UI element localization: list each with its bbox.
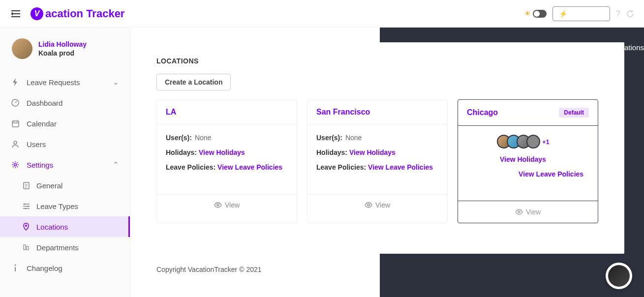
sidebar-item-label: Users [27, 140, 46, 148]
chat-avatar [608, 265, 630, 287]
view-holidays-link[interactable]: View Holidays [199, 148, 245, 156]
view-policies-link[interactable]: View Leave Policies [519, 170, 583, 178]
sidebar-item-label: Settings [27, 161, 53, 169]
location-card-la: LA User(s):None Holidays: View Holidays … [156, 99, 297, 223]
card-title[interactable]: Chicago [467, 108, 498, 117]
svg-point-6 [27, 206, 29, 207]
view-label: View [225, 201, 240, 209]
calendar-icon [11, 119, 20, 128]
chevron-down-icon: ⌄ [113, 78, 119, 87]
doc-icon [22, 181, 31, 190]
gauge-icon [11, 98, 20, 107]
sidebar-item-label: Dashboard [27, 99, 62, 107]
chat-widget[interactable] [606, 263, 632, 289]
card-title[interactable]: San Francisco [316, 108, 370, 117]
user-block[interactable]: Lidia Holloway Koala prod [0, 28, 130, 68]
svg-point-7 [25, 208, 26, 209]
view-policies-link[interactable]: View Leave Policies [368, 163, 433, 171]
svg-point-2 [14, 141, 17, 144]
sidebar-item-settings[interactable]: Settings ⌃ [0, 154, 130, 175]
logo[interactable]: V acation Tracker [31, 7, 124, 20]
sidebar-item-label: Calendar [27, 119, 57, 128]
gear-icon [11, 160, 20, 169]
users-value: None [345, 134, 362, 142]
building-icon [22, 243, 31, 252]
sidebar-item-label: Departments [36, 243, 79, 252]
sidebar-item-leave-requests[interactable]: Leave Requests ⌄ [0, 72, 130, 92]
sidebar: Lidia Holloway Koala prod Leave Requests… [0, 28, 130, 297]
page-title: LOCATIONS [148, 57, 624, 65]
policies-label: Leave Policies: [467, 170, 517, 178]
menu-toggle-button[interactable] [10, 8, 22, 20]
sidebar-item-users[interactable]: Users [0, 134, 130, 154]
card-title[interactable]: LA [166, 108, 176, 117]
sidebar-item-calendar[interactable]: Calendar [0, 113, 130, 134]
eye-icon [515, 209, 523, 215]
sidebar-subitem-departments[interactable]: Departments [0, 237, 130, 258]
header: V acation Tracker ☀ ⚡ Quick tour ? [0, 0, 644, 28]
svg-rect-12 [15, 267, 16, 271]
svg-point-13 [217, 204, 219, 206]
quick-tour-button[interactable]: ⚡ Quick tour [552, 6, 610, 21]
view-holidays-link[interactable]: View Holidays [500, 155, 546, 163]
lightning-icon: ⚡ [559, 10, 567, 18]
sidebar-item-label: Locations [36, 223, 68, 231]
view-label: View [526, 208, 541, 216]
svg-rect-9 [24, 245, 26, 250]
user-icon [11, 140, 20, 148]
avatar [526, 135, 540, 148]
sidebar-subitem-general[interactable]: General [0, 175, 130, 196]
sliders-icon [22, 202, 31, 210]
view-policies-link[interactable]: View Leave Policies [217, 163, 282, 171]
svg-point-14 [368, 204, 369, 206]
users-label: User(s): [166, 134, 192, 142]
theme-toggle[interactable]: ☀ [524, 9, 547, 18]
copyright-text: Copyright VacationTracker [156, 266, 237, 273]
chevron-up-icon: ⌃ [113, 160, 119, 169]
info-icon [11, 264, 20, 272]
sun-icon: ☀ [524, 9, 531, 18]
sidebar-item-label: Changelog [27, 264, 62, 272]
sidebar-item-changelog[interactable]: Changelog [0, 258, 130, 278]
svg-point-11 [15, 265, 16, 266]
view-label: View [375, 201, 390, 209]
refresh-icon[interactable] [626, 10, 634, 18]
user-avatars[interactable] [497, 135, 540, 148]
svg-point-15 [518, 211, 520, 213]
view-button[interactable]: View [307, 194, 447, 216]
sidebar-subitem-leave-types[interactable]: Leave Types [0, 196, 130, 216]
view-button[interactable]: View [157, 194, 297, 216]
user-name: Lidia Holloway [38, 40, 87, 48]
users-label: User(s): [316, 134, 342, 142]
pin-icon [22, 222, 31, 231]
view-button[interactable]: View [458, 201, 598, 223]
sidebar-item-dashboard[interactable]: Dashboard [0, 92, 130, 113]
svg-point-8 [25, 225, 27, 227]
footer: Copyright VacationTracker © 2021 [148, 254, 624, 273]
users-label: User(s): [467, 138, 493, 146]
policies-label: Leave Policies: [166, 163, 215, 171]
policies-label: Leave Policies: [316, 163, 366, 171]
help-icon[interactable]: ? [616, 9, 620, 18]
create-location-button[interactable]: Create a Location [156, 74, 231, 90]
svg-point-3 [14, 164, 17, 166]
view-holidays-link[interactable]: View Holidays [349, 148, 396, 156]
eye-icon [214, 202, 222, 208]
logo-icon: V [31, 7, 43, 20]
org-name: Koala prod [38, 49, 87, 57]
location-card-chicago: Chicago Default User(s): +1 Ho [458, 99, 598, 223]
location-card-sf: San Francisco User(s):None Holidays: Vie… [307, 99, 448, 223]
more-users-count[interactable]: +1 [542, 138, 550, 146]
holidays-label: Holidays: [467, 155, 498, 163]
sidebar-subitem-locations[interactable]: Locations [0, 216, 130, 237]
svg-rect-1 [12, 121, 19, 127]
sidebar-item-label: Leave Types [36, 202, 78, 210]
lightning-icon [11, 78, 20, 87]
copyright-year: 2021 [246, 266, 262, 273]
theme-switch[interactable] [533, 10, 547, 18]
copyright-icon: © [239, 266, 244, 273]
holidays-label: Holidays: [166, 148, 197, 156]
default-badge: Default [559, 108, 589, 118]
content-card: LOCATIONS Create a Location LA User(s):N… [148, 42, 624, 254]
sidebar-item-label: Leave Requests [27, 78, 80, 87]
